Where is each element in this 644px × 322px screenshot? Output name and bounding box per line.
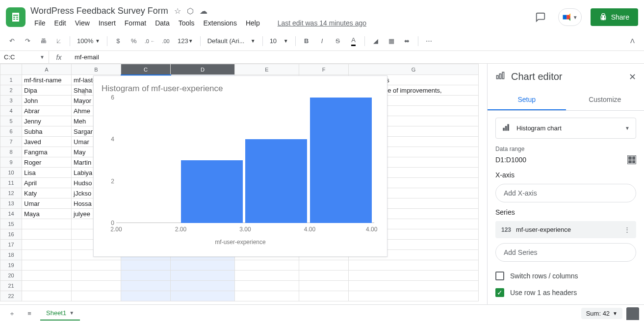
chart-type-select[interactable]: Histogram chart ▼ <box>495 118 636 139</box>
grid-select-icon[interactable] <box>627 155 636 164</box>
menu-tools[interactable]: Tools <box>175 17 199 29</box>
name-box[interactable]: C:C▼ <box>0 51 49 63</box>
tab-customize[interactable]: Customize <box>566 90 644 110</box>
cell[interactable] <box>22 260 72 271</box>
cell[interactable] <box>22 229 72 240</box>
row-header[interactable]: 10 <box>0 168 22 178</box>
cell[interactable]: mf-first-name <box>22 75 72 85</box>
cell[interactable]: Jenny <box>22 116 72 126</box>
cell[interactable] <box>235 281 299 291</box>
paint-format-icon[interactable]: ⟀ <box>52 34 66 48</box>
cell[interactable] <box>299 291 349 301</box>
menu-extensions[interactable]: Extensions <box>199 17 240 29</box>
cell[interactable] <box>22 281 72 291</box>
redo-icon[interactable]: ↷ <box>21 34 34 48</box>
cell[interactable] <box>22 250 72 260</box>
col-header[interactable]: B <box>72 64 121 75</box>
col-header[interactable]: E <box>235 64 299 75</box>
cell[interactable]: Fangma <box>22 147 72 157</box>
cell[interactable] <box>349 291 479 301</box>
strike-icon[interactable]: S <box>331 34 345 48</box>
cell[interactable]: Lisa <box>22 168 72 178</box>
bold-icon[interactable]: B <box>300 34 313 48</box>
cell[interactable] <box>235 271 299 281</box>
row-header[interactable]: 13 <box>0 198 22 209</box>
merge-icon[interactable]: ⬌ <box>400 34 414 48</box>
row-header[interactable]: 11 <box>0 178 22 188</box>
row-header[interactable]: 4 <box>0 106 22 116</box>
more-toolbar-icon[interactable]: ⋯ <box>422 34 436 48</box>
cell[interactable] <box>22 219 72 229</box>
col-header[interactable]: A <box>22 64 72 75</box>
cell[interactable] <box>72 260 121 271</box>
use-col-d-checkbox[interactable]: Use column D as labels <box>495 301 636 304</box>
cell[interactable] <box>349 260 479 271</box>
row-header[interactable]: 5 <box>0 116 22 126</box>
row-header[interactable]: 2 <box>0 85 22 96</box>
chart[interactable]: Histogram of mf-user-experience 0246 2.0… <box>93 75 387 257</box>
menu-edit[interactable]: Edit <box>51 17 70 29</box>
cell[interactable]: Katy <box>22 188 72 198</box>
cell[interactable] <box>22 240 72 250</box>
series-item[interactable]: 123 mf-user-experience ⋮ <box>495 221 636 238</box>
row-header[interactable]: 15 <box>0 219 22 229</box>
cell[interactable] <box>171 291 235 301</box>
series-more-icon[interactable]: ⋮ <box>624 226 630 233</box>
cell[interactable] <box>171 281 235 291</box>
row-header[interactable]: 14 <box>0 209 22 219</box>
cell[interactable] <box>299 271 349 281</box>
cell[interactable] <box>72 281 121 291</box>
print-icon[interactable]: 🖶 <box>36 34 50 48</box>
row-header[interactable]: 3 <box>0 96 22 106</box>
data-range-value[interactable]: D1:D1000 <box>495 156 526 164</box>
close-icon[interactable]: ✕ <box>629 72 636 82</box>
cell[interactable]: Maya <box>22 209 72 219</box>
cell[interactable] <box>235 291 299 301</box>
add-series-button[interactable]: Add Series <box>495 243 636 262</box>
star-icon[interactable]: ☆ <box>174 6 181 16</box>
formula-bar[interactable]: mf-email <box>69 53 99 61</box>
share-button[interactable]: Share <box>591 8 638 26</box>
cell[interactable] <box>299 260 349 271</box>
cell[interactable] <box>235 260 299 271</box>
cell[interactable]: Abrar <box>22 106 72 116</box>
row-header[interactable]: 6 <box>0 126 22 137</box>
row-header[interactable]: 20 <box>0 271 22 281</box>
row-header[interactable]: 9 <box>0 157 22 168</box>
cell[interactable] <box>171 271 235 281</box>
col-header[interactable]: F <box>299 64 349 75</box>
move-icon[interactable]: ⬡ <box>187 6 194 16</box>
col-header[interactable]: D <box>171 64 235 75</box>
sheets-logo[interactable] <box>6 7 26 27</box>
cell[interactable] <box>349 281 479 291</box>
collapse-toolbar-icon[interactable]: ᐱ <box>625 34 639 48</box>
cell[interactable]: Umar <box>22 198 72 209</box>
cell[interactable] <box>121 271 171 281</box>
cell[interactable] <box>171 260 235 271</box>
cell[interactable]: John <box>22 96 72 106</box>
fill-color-icon[interactable]: ◢ <box>369 34 383 48</box>
currency-icon[interactable]: $ <box>111 34 125 48</box>
cloud-icon[interactable]: ☁ <box>200 6 207 16</box>
cell[interactable] <box>121 281 171 291</box>
cell[interactable] <box>22 271 72 281</box>
number-format[interactable]: 123▼ <box>175 34 196 48</box>
comments-icon[interactable] <box>532 8 549 26</box>
use-row1-checkbox[interactable]: ✓Use row 1 as headers <box>495 284 636 301</box>
dec-decimal-icon[interactable]: .0 ← <box>143 34 157 48</box>
cell[interactable]: April <box>22 178 72 188</box>
font-select[interactable]: Default (Ari...▼ <box>205 34 258 48</box>
col-header[interactable]: G <box>349 64 479 75</box>
cell[interactable]: Dipa <box>22 85 72 96</box>
font-size[interactable]: 10▼ <box>267 34 291 48</box>
all-sheets-icon[interactable]: ≡ <box>23 307 36 321</box>
inc-decimal-icon[interactable]: .00 <box>159 34 173 48</box>
percent-icon[interactable]: % <box>127 34 141 48</box>
doc-title[interactable]: WordPress Feedback Survey Form <box>30 6 168 16</box>
row-header[interactable]: 17 <box>0 240 22 250</box>
row-header[interactable]: 16 <box>0 229 22 240</box>
row-header[interactable]: 21 <box>0 281 22 291</box>
zoom-select[interactable]: 100% ▼ <box>74 34 103 48</box>
explore-icon[interactable] <box>626 307 639 320</box>
row-header[interactable]: 18 <box>0 250 22 260</box>
